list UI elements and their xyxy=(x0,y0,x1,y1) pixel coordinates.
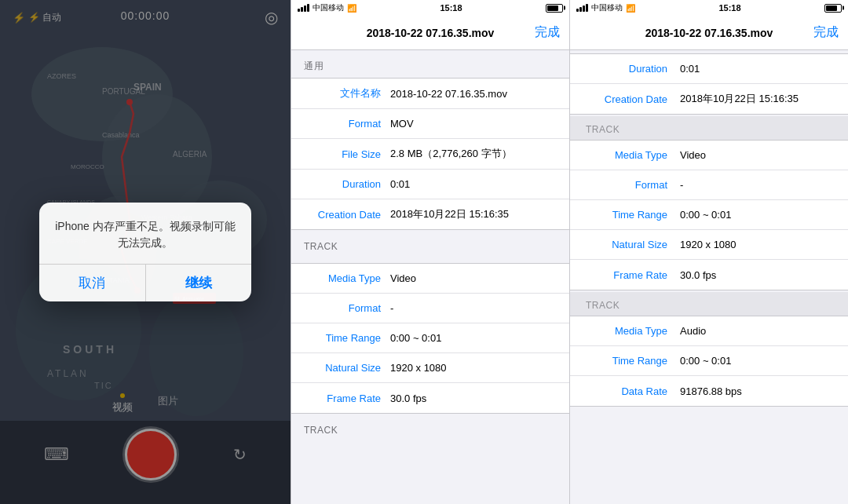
alert-dialog: iPhone 内存严重不足。视频录制可能无法完成。 取消 继续 xyxy=(39,203,251,301)
right-top-group: Duration 0:01 Creation Date 2018年10月22日 … xyxy=(570,53,848,115)
label-filename: 文件名称 xyxy=(304,86,390,100)
track1-label-naturalsize: Natural Size xyxy=(304,362,390,374)
right-track2-group: Media Type Audio Time Range 0:00 ~ 0:01 … xyxy=(570,316,848,407)
track1-label-framerate: Frame Rate xyxy=(304,393,390,404)
wifi-icon-right: 📶 xyxy=(626,4,635,13)
right-content: Duration 0:01 Creation Date 2018年10月22日 … xyxy=(570,50,848,504)
right-track1-value-framerate: 30.0 fps xyxy=(680,269,832,281)
value-creation: 2018年10月22日 15:16:35 xyxy=(390,207,557,221)
right-track1-format: Format - xyxy=(570,170,848,200)
track1-value-mediatype: Video xyxy=(390,272,557,284)
info-panel-right: 中国移动 📶 15:18 2018-10-22 07.16.35.mov 完成 … xyxy=(569,0,848,504)
time-label-right: 15:18 xyxy=(718,3,740,13)
right-track1-label-naturalsize: Natural Size xyxy=(586,239,680,250)
signal-icon xyxy=(298,4,309,12)
right-track2-label-datarate: Data Rate xyxy=(586,385,680,397)
alert-cancel-button[interactable]: 取消 xyxy=(39,265,146,301)
track1-value-format: - xyxy=(390,302,557,314)
right-track1-label-format: Format xyxy=(586,179,680,191)
right-row-creation: Creation Date 2018年10月22日 15:16:35 xyxy=(570,84,848,114)
track1-value-framerate: 30.0 fps xyxy=(390,393,557,404)
right-track1-framerate: Frame Rate 30.0 fps xyxy=(570,260,848,290)
info-row-format: Format MOV xyxy=(291,109,569,139)
right-track1-label-mediatype: Media Type xyxy=(586,149,680,161)
right-label-duration: Duration xyxy=(586,63,680,75)
track1-value-timerange: 0:00 ~ 0:01 xyxy=(390,332,557,344)
right-row-duration: Duration 0:01 xyxy=(570,54,848,84)
value-format: MOV xyxy=(390,118,557,130)
status-right-left: 中国移动 📶 xyxy=(576,2,635,13)
wifi-icon-left: 📶 xyxy=(347,4,356,13)
carrier-label-right: 中国移动 xyxy=(591,2,623,13)
right-track1-header: TRACK xyxy=(570,116,848,140)
battery-icon-right xyxy=(824,4,842,13)
track1-row-naturalsize: Natural Size 1920 x 1080 xyxy=(291,353,569,383)
track1-header: TRACK xyxy=(291,232,569,257)
track1-label-timerange: Time Range xyxy=(304,332,390,344)
value-duration: 0:01 xyxy=(390,178,557,190)
alert-message: iPhone 内存严重不足。视频录制可能无法完成。 xyxy=(52,218,239,251)
label-creation: Creation Date xyxy=(304,209,390,221)
camera-panel: AZORES PORTUGAL SPAIN Casablanca ALGERIA… xyxy=(0,0,291,504)
info-row-filename: 文件名称 2018-10-22 07.16.35.mov xyxy=(291,79,569,109)
right-track1-label-timerange: Time Range xyxy=(586,209,680,221)
track1-value-naturalsize: 1920 x 1080 xyxy=(390,362,557,374)
track1-label-mediatype: Media Type xyxy=(304,272,390,284)
time-label-left: 15:18 xyxy=(440,3,462,13)
right-track2-datarate: Data Rate 91876.88 bps xyxy=(570,376,848,406)
signal-icon-right xyxy=(576,4,588,12)
alert-overlay: iPhone 内存严重不足。视频录制可能无法完成。 取消 继续 xyxy=(0,0,291,504)
right-track2-mediatype: Media Type Audio xyxy=(570,316,848,346)
right-track1-value-timerange: 0:00 ~ 0:01 xyxy=(680,209,832,221)
right-track1-mediatype: Media Type Video xyxy=(570,141,848,170)
track1-row-timerange: Time Range 0:00 ~ 0:01 xyxy=(291,323,569,353)
status-right xyxy=(546,4,563,13)
right-track2-label-timerange: Time Range xyxy=(586,355,680,367)
track1-row-mediatype: Media Type Video xyxy=(291,264,569,294)
track1-row-framerate: Frame Rate 30.0 fps xyxy=(291,383,569,413)
info-row-filesize: File Size 2.8 MB（2,776,260 字节） xyxy=(291,139,569,170)
status-bar-right: 中国移动 📶 15:18 xyxy=(570,0,848,16)
right-track2-label-mediatype: Media Type xyxy=(586,325,680,337)
info-row-duration: Duration 0:01 xyxy=(291,170,569,199)
right-track1-label-framerate: Frame Rate xyxy=(586,269,680,281)
track1-table: Media Type Video Format - Time Range 0:0… xyxy=(291,263,569,414)
right-track1-group: Media Type Video Format - Time Range 0:0… xyxy=(570,140,848,290)
right-track1-naturalsize: Natural Size 1920 x 1080 xyxy=(570,230,848,260)
alert-content: iPhone 内存严重不足。视频录制可能无法完成。 xyxy=(39,203,251,264)
label-filesize: File Size xyxy=(304,148,390,160)
alert-buttons: 取消 继续 xyxy=(39,264,251,301)
value-filename: 2018-10-22 07.16.35.mov xyxy=(390,88,557,100)
general-table: 文件名称 2018-10-22 07.16.35.mov Format MOV … xyxy=(291,78,569,230)
nav-done-left[interactable]: 完成 xyxy=(535,24,560,41)
nav-title-left: 2018-10-22 07.16.35.mov xyxy=(367,27,495,39)
track2-header-left: TRACK xyxy=(291,415,569,440)
label-duration: Duration xyxy=(304,178,390,190)
right-label-creation: Creation Date xyxy=(586,93,680,105)
right-track2-value-mediatype: Audio xyxy=(680,325,832,337)
right-track2-header: TRACK xyxy=(570,292,848,316)
nav-bar-left: 2018-10-22 07.16.35.mov 完成 xyxy=(291,16,569,50)
info-row-creation: Creation Date 2018年10月22日 15:16:35 xyxy=(291,199,569,229)
nav-done-right[interactable]: 完成 xyxy=(813,24,839,41)
right-track1-value-naturalsize: 1920 x 1080 xyxy=(680,239,832,250)
info-content-left: 通用 文件名称 2018-10-22 07.16.35.mov Format M… xyxy=(291,50,569,504)
right-track1-value-format: - xyxy=(680,179,832,191)
track1-label-format: Format xyxy=(304,302,390,314)
right-track2-value-timerange: 0:00 ~ 0:01 xyxy=(680,355,832,367)
status-right-battery xyxy=(824,4,842,13)
label-format: Format xyxy=(304,118,390,130)
carrier-label: 中国移动 xyxy=(313,2,344,13)
right-value-creation: 2018年10月22日 15:16:35 xyxy=(680,92,832,106)
alert-confirm-button[interactable]: 继续 xyxy=(146,265,252,301)
right-track1-timerange: Time Range 0:00 ~ 0:01 xyxy=(570,200,848,230)
general-header: 通用 xyxy=(291,50,569,78)
value-filesize: 2.8 MB（2,776,260 字节） xyxy=(390,147,557,161)
info-panel-left: 中国移动 📶 15:18 2018-10-22 07.16.35.mov 完成 … xyxy=(291,0,569,504)
right-track1-value-mediatype: Video xyxy=(680,149,832,161)
status-bar-left: 中国移动 📶 15:18 xyxy=(291,0,569,16)
right-track2-timerange: Time Range 0:00 ~ 0:01 xyxy=(570,346,848,376)
right-track2-value-datarate: 91876.88 bps xyxy=(680,385,832,397)
track1-row-format: Format - xyxy=(291,294,569,323)
nav-title-right: 2018-10-22 07.16.35.mov xyxy=(645,27,773,39)
